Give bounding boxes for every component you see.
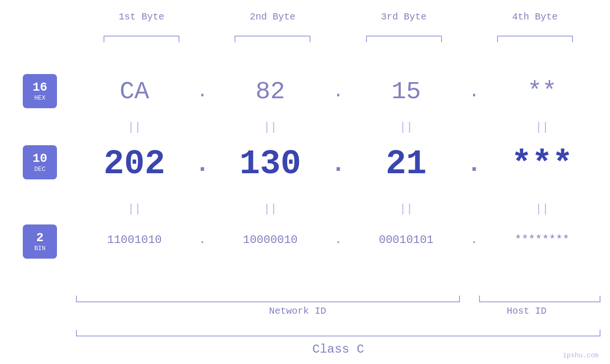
dec-byte3: 21: [348, 145, 465, 184]
hex-dot2: .: [329, 82, 348, 102]
dec-row: 202 . 130 . 21 . ***: [76, 140, 601, 188]
bin-dot2: .: [329, 233, 348, 246]
hex-byte2: 82: [212, 78, 328, 106]
bin-byte1: 11001010: [76, 233, 193, 246]
bin-row: 11001010 . 10000010 . 00010101 . *******…: [76, 221, 601, 259]
top-brackets: [76, 36, 601, 42]
hex-row: CA . 82 . 15 . **: [76, 70, 601, 113]
col-header-2: 2nd Byte: [207, 11, 338, 22]
eq-row-2: || || || ||: [76, 199, 601, 218]
dec-base-num: 10: [32, 152, 47, 166]
col-header-1: 1st Byte: [76, 11, 207, 22]
hex-base-lbl: HEX: [34, 94, 45, 102]
dec-base-lbl: DEC: [34, 166, 45, 173]
column-headers: 1st Byte 2nd Byte 3rd Byte 4th Byte: [76, 0, 601, 33]
dec-dot1: .: [193, 150, 212, 178]
hex-byte1: CA: [76, 78, 193, 106]
host-id-label: Host ID: [453, 306, 601, 317]
bin-byte3: 00010101: [348, 233, 465, 246]
hex-badge: 16 HEX: [23, 74, 57, 108]
class-bracket: [76, 330, 601, 336]
bin-base-lbl: BIN: [34, 245, 45, 252]
col-header-3: 3rd Byte: [338, 11, 469, 22]
dec-dot2: .: [329, 150, 348, 178]
watermark: ipshu.com: [563, 352, 599, 359]
bin-dot3: .: [465, 233, 484, 246]
bin-base-num: 2: [36, 231, 44, 245]
col-header-4: 4th Byte: [469, 11, 601, 22]
dec-dot3: .: [465, 150, 484, 178]
dec-byte1: 202: [76, 145, 193, 184]
class-label: Class C: [76, 342, 601, 356]
network-bracket: [76, 296, 460, 302]
host-bracket: [479, 296, 601, 302]
dec-byte4: ***: [484, 145, 601, 184]
network-host-brackets: [76, 296, 601, 302]
dec-byte2: 130: [212, 145, 328, 184]
bin-badge: 2 BIN: [23, 224, 57, 259]
hex-byte4: **: [484, 78, 601, 106]
bin-dot1: .: [193, 233, 212, 246]
bin-byte2: 10000010: [212, 233, 328, 246]
hex-dot3: .: [465, 82, 484, 102]
hex-byte3: 15: [348, 78, 465, 106]
dec-badge: 10 DEC: [23, 145, 57, 179]
hex-base-num: 16: [32, 81, 47, 94]
eq-row-1: || || || ||: [76, 118, 601, 137]
hex-dot1: .: [193, 82, 212, 102]
bin-byte4: ********: [484, 233, 601, 246]
